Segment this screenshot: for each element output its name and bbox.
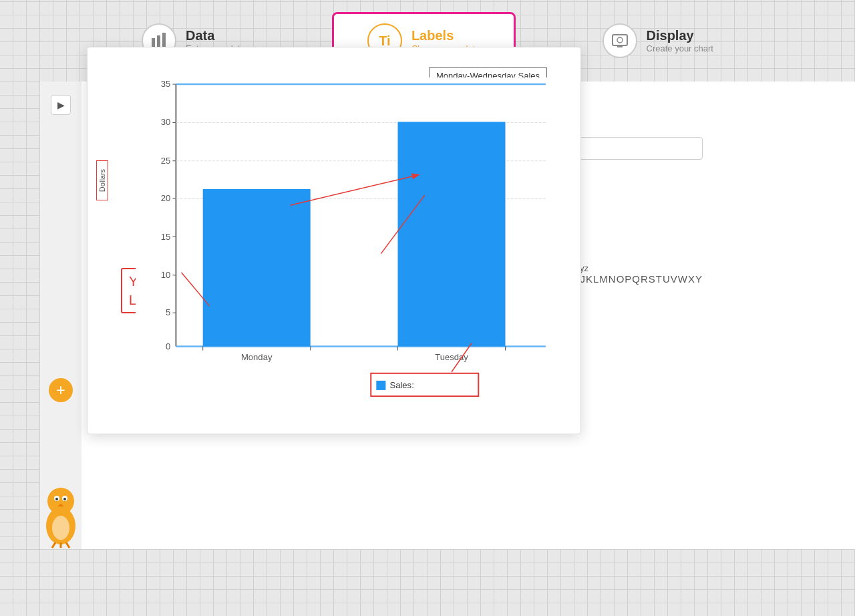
chart-overlay: Monday-Wednesday Sales Source: Sales Fig…: [87, 47, 581, 434]
svg-point-11: [55, 498, 58, 500]
chart-inner: Monday-Wednesday Sales Source: Sales Fig…: [101, 61, 567, 420]
svg-point-14: [52, 516, 69, 540]
add-button[interactable]: +: [49, 378, 73, 402]
svg-line-17: [66, 543, 69, 548]
sidebar-character: [40, 469, 81, 549]
bar-chart-svg: 35 30 25 20 15 10 5 0: [134, 78, 554, 400]
svg-rect-2: [162, 33, 166, 47]
sidebar-collapse-arrow[interactable]: ▶: [51, 95, 71, 115]
bar-monday: [203, 189, 311, 346]
svg-text:10: 10: [161, 270, 171, 280]
svg-rect-3: [613, 35, 627, 45]
nav-display-text: Display Create your chart: [647, 28, 713, 53]
svg-text:5: 5: [166, 307, 170, 317]
left-sidebar: ▶ +: [40, 82, 81, 549]
svg-text:Tuesday: Tuesday: [435, 352, 468, 362]
svg-text:35: 35: [161, 79, 171, 89]
svg-point-6: [617, 37, 623, 43]
svg-point-12: [63, 498, 66, 500]
svg-text:0: 0: [166, 341, 170, 351]
bar-tuesday: [398, 122, 506, 346]
svg-text:30: 30: [161, 117, 171, 127]
svg-rect-1: [157, 35, 160, 47]
svg-line-15: [52, 543, 55, 548]
svg-point-8: [47, 488, 74, 514]
display-icon: [603, 23, 637, 58]
svg-text:Sales:: Sales:: [389, 380, 413, 390]
svg-text:15: 15: [161, 232, 171, 242]
svg-text:Monday: Monday: [241, 352, 273, 362]
svg-text:20: 20: [161, 193, 171, 203]
svg-text:25: 25: [161, 156, 171, 166]
y-axis-label-annotation: Dollars: [96, 160, 108, 200]
nav-item-display[interactable]: Display Create your chart: [569, 14, 747, 67]
svg-rect-47: [376, 381, 385, 390]
svg-rect-46: [371, 373, 478, 396]
svg-rect-0: [152, 38, 155, 47]
